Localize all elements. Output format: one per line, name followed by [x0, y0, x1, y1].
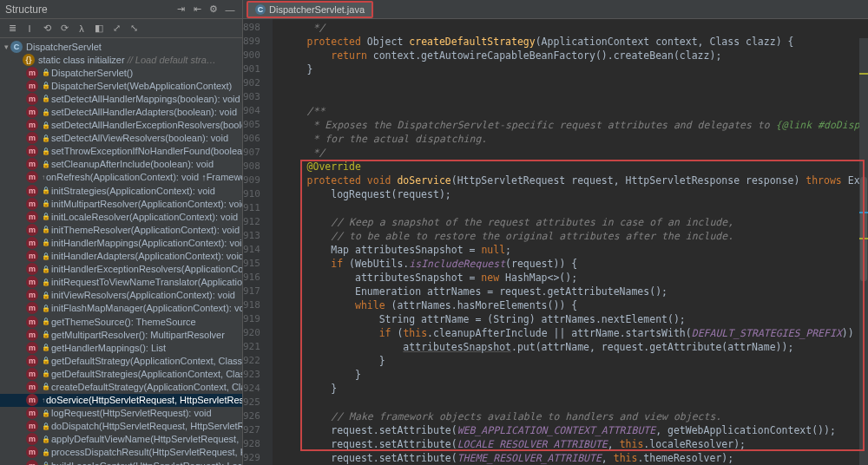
show-fields-icon[interactable]: ⟲	[40, 22, 54, 36]
code-line[interactable]: if (this.cleanupAfterInclude || attrName…	[273, 326, 868, 340]
tree-method[interactable]: m🔒getThemeSource(): ThemeSource	[0, 315, 242, 328]
tree-method[interactable]: m🔒getMultipartResolver(): MultipartResol…	[0, 328, 242, 341]
tree-method[interactable]: m🔒applyDefaultViewName(HttpServletReques…	[0, 433, 242, 446]
expand-icon[interactable]: ⇤	[190, 3, 204, 16]
tree-method[interactable]: m🔒initHandlerExceptionResolvers(Applicat…	[0, 263, 242, 276]
code-line[interactable]: * Exposes the DispatcherServlet-specific…	[273, 118, 868, 132]
expand-all-icon[interactable]: ⤢	[109, 22, 123, 36]
code-line[interactable]: */	[273, 146, 868, 160]
anon-icon[interactable]: ◧	[92, 22, 106, 36]
code-line[interactable]	[273, 76, 868, 90]
tree-method[interactable]: m🔒initStrategies(ApplicationContext): vo…	[0, 184, 242, 197]
line-number: 918	[243, 298, 260, 312]
collapse-icon[interactable]: ⇥	[174, 3, 187, 16]
line-number: 898	[243, 21, 260, 35]
tree-method[interactable]: m🔒initViewResolvers(ApplicationContext):…	[0, 289, 242, 302]
code-line[interactable]: attributesSnapshot = new HashMap<>();	[273, 271, 868, 285]
tree-method[interactable]: m🔒setThrowExceptionIfNoHandlerFound(bool…	[0, 145, 242, 158]
tree-initializer[interactable]: {}static class initializer // Load defau…	[0, 53, 242, 66]
sort-icon[interactable]: ≣	[5, 22, 19, 36]
code-line[interactable]	[273, 90, 868, 104]
code-line[interactable]: return context.getAutowireCapableBeanFac…	[273, 49, 868, 62]
tree-method[interactable]: m🔒initLocaleResolver(ApplicationContext)…	[0, 210, 242, 223]
code-line[interactable]: Enumeration attrNames = request.getAttri…	[273, 285, 868, 298]
code-line[interactable]: * for the actual dispatching.	[273, 132, 868, 146]
tree-method[interactable]: m🔒getDefaultStrategy(ApplicationContext,…	[0, 354, 242, 367]
show-inherited-icon[interactable]: ⟳	[57, 22, 71, 36]
tree-method[interactable]: m🔒initFlashMapManager(ApplicationContext…	[0, 302, 242, 315]
tree-method[interactable]: m🔒setDetectAllHandlerAdapters(boolean): …	[0, 105, 242, 118]
line-number: 914	[243, 243, 260, 257]
filter-icon[interactable]: I	[23, 22, 36, 36]
code-line[interactable]: request.setAttribute(THEME_RESOLVER_ATTR…	[273, 451, 868, 465]
code-line[interactable]: Map attributesSnapshot = null;	[273, 243, 868, 257]
tree-method[interactable]: m🔒getDefaultStrategies(ApplicationContex…	[0, 367, 242, 380]
line-number: 924	[243, 382, 260, 396]
structure-tree[interactable]: ▾CDispatcherServlet{}static class initia…	[0, 38, 242, 465]
tree-method[interactable]: m🔒createDefaultStrategy(ApplicationConte…	[0, 380, 242, 393]
editor-tab-active[interactable]: C DispatcherServlet.java	[247, 1, 373, 18]
code-line[interactable]: */	[273, 21, 868, 35]
panel-header: Structure ⇥ ⇤ ⚙ —	[0, 0, 242, 19]
collapse-all-icon[interactable]: ⤡	[127, 22, 141, 36]
tree-root[interactable]: ▾CDispatcherServlet	[0, 40, 242, 53]
vertical-scrollbar[interactable]	[859, 38, 868, 465]
code-line[interactable]: logRequest(request);	[273, 187, 868, 201]
tree-method[interactable]: m🔒initMultipartResolver(ApplicationConte…	[0, 197, 242, 210]
line-number: 910	[243, 187, 260, 201]
code-line[interactable]: request.setAttribute(WEB_APPLICATION_CON…	[273, 423, 868, 437]
line-number: 908	[243, 160, 260, 174]
tree-method[interactable]: m🔒initHandlerAdapters(ApplicationContext…	[0, 250, 242, 263]
code-line[interactable]: }	[273, 368, 868, 382]
scrollbar-thumb[interactable]	[860, 177, 867, 281]
line-number: 929	[243, 451, 260, 465]
code-line[interactable]: request.setAttribute(LOCALE_RESOLVER_ATT…	[273, 437, 868, 451]
code-line[interactable]: // Keep a snapshot of the request attrib…	[273, 215, 868, 229]
scroll-mark	[859, 238, 868, 239]
code-line[interactable]: while (attrNames.hasMoreElements()) {	[273, 298, 868, 312]
code-line[interactable]	[273, 201, 868, 215]
code-line[interactable]	[273, 396, 868, 409]
code-line[interactable]: protected Object createDefaultStrategy(A…	[273, 35, 868, 49]
panel-title: Structure	[5, 3, 171, 16]
tree-method[interactable]: m🔒initRequestToViewNameTranslator(Applic…	[0, 276, 242, 289]
tree-method[interactable]: m🔒initThemeResolver(ApplicationContext):…	[0, 223, 242, 236]
tree-method[interactable]: m🔒initHandlerMappings(ApplicationContext…	[0, 236, 242, 249]
structure-toolbar: ≣ I ⟲ ⟳ λ ◧ ⤢ ⤡	[0, 19, 242, 38]
code-line[interactable]: // Make framework objects available to h…	[273, 409, 868, 423]
code-line[interactable]: }	[273, 382, 868, 396]
tree-method[interactable]: m🔒DispatcherServlet(WebApplicationContex…	[0, 79, 242, 92]
code-area[interactable]: 8988999009019029039049059069079089099109…	[243, 19, 868, 465]
tree-method[interactable]: m🔒setCleanupAfterInclude(boolean): void	[0, 158, 242, 171]
line-number: 920	[243, 326, 260, 340]
code-line[interactable]: @Override	[273, 160, 868, 174]
hide-icon[interactable]: —	[223, 3, 237, 16]
tree-method[interactable]: m🔒setDetectAllHandlerMappings(boolean): …	[0, 92, 242, 105]
line-number: 928	[243, 437, 260, 451]
line-number: 917	[243, 285, 260, 298]
code-line[interactable]: /**	[273, 104, 868, 118]
code-line[interactable]: if (WebUtils.isIncludeRequest(request)) …	[273, 257, 868, 271]
line-number: 902	[243, 76, 260, 90]
tree-method[interactable]: m🔒buildLocaleContext(HttpServletRequest)…	[0, 459, 242, 465]
tree-method[interactable]: m↑onRefresh(ApplicationContext): void ↑F…	[0, 171, 242, 184]
tree-method[interactable]: m🔒DispatcherServlet()	[0, 66, 242, 79]
tree-method[interactable]: m🔒processDispatchResult(HttpServletReque…	[0, 446, 242, 459]
tab-label: DispatcherServlet.java	[269, 4, 365, 15]
code-body[interactable]: */ protected Object createDefaultStrateg…	[273, 19, 868, 465]
tree-method[interactable]: m🔒setDetectAllHandlerExceptionResolvers(…	[0, 119, 242, 132]
code-line[interactable]: }	[273, 354, 868, 368]
gear-icon[interactable]: ⚙	[207, 3, 220, 16]
lambda-icon[interactable]: λ	[75, 22, 89, 36]
tree-method[interactable]: m↑doService(HttpServletRequest, HttpServ…	[0, 394, 242, 407]
code-line[interactable]: protected void doService(HttpServletRequ…	[273, 174, 868, 187]
code-line[interactable]: attributesSnapshot.put(attrName, request…	[273, 340, 868, 354]
scroll-mark	[859, 212, 868, 213]
code-line[interactable]: }	[273, 62, 868, 76]
tree-method[interactable]: m🔒getHandlerMappings(): List	[0, 341, 242, 354]
tree-method[interactable]: m🔒logRequest(HttpServletRequest): void	[0, 407, 242, 420]
tree-method[interactable]: m🔒doDispatch(HttpServletRequest, HttpSer…	[0, 420, 242, 433]
tree-method[interactable]: m🔒setDetectAllViewResolvers(boolean): vo…	[0, 132, 242, 145]
code-line[interactable]: // to be able to restore the original at…	[273, 229, 868, 243]
code-line[interactable]: String attrName = (String) attrNames.nex…	[273, 312, 868, 326]
